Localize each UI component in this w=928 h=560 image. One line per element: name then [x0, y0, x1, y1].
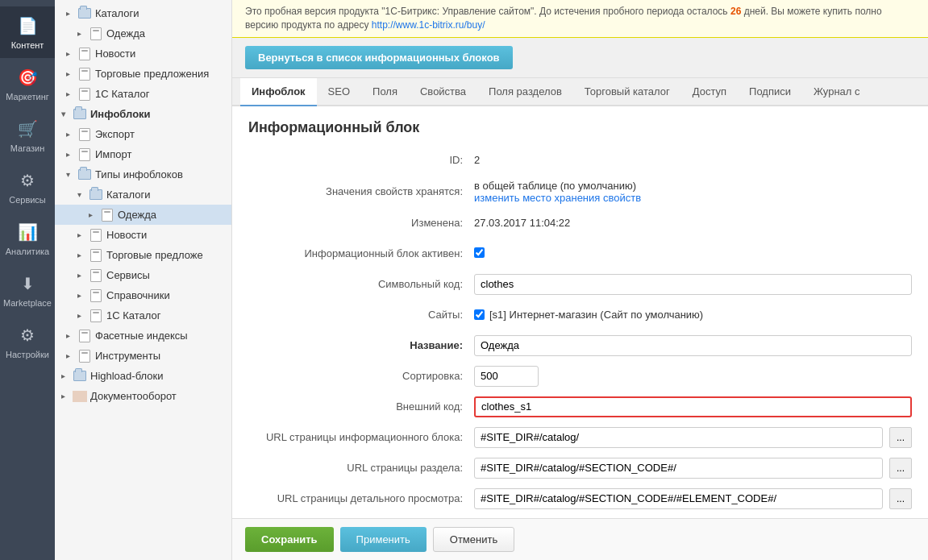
nav-item-facets[interactable]: ▸ Фасетные индексы — [55, 326, 231, 346]
nav-item-katalogi-sub[interactable]: ▾ Каталоги — [55, 185, 231, 205]
arrow-icon: ▸ — [89, 210, 100, 219]
services-icon: ⚙ — [16, 169, 39, 192]
page-icon — [77, 68, 92, 80]
arrow-icon: ▸ — [66, 150, 77, 159]
sidebar-icons: 📄 Контент 🎯 Маркетинг 🛒 Магазин ⚙ Сервис… — [0, 0, 55, 560]
tab-infoblok[interactable]: Инфоблок — [240, 78, 317, 106]
sidebar-item-label: Магазин — [10, 143, 44, 153]
nav-label: Фасетные индексы — [95, 330, 188, 342]
url-iblock-btn[interactable]: ... — [889, 427, 912, 448]
tab-fields[interactable]: Поля — [361, 78, 409, 106]
content-icon: 📄 — [16, 15, 39, 37]
nav-item-highload[interactable]: ▸ Highload-блоки — [55, 366, 231, 386]
arrow-icon: ▸ — [77, 29, 89, 38]
nav-item-odezhda-top[interactable]: ▸ Одежда — [55, 23, 231, 44]
back-to-list-button[interactable]: Вернуться в список информационных блоков — [245, 46, 513, 69]
url-detail-btn[interactable]: ... — [889, 488, 912, 509]
url-detail-row: ... — [474, 488, 912, 509]
form-row-url-section: URL страницы раздела: ... — [248, 457, 912, 479]
url-iblock-label: URL страницы информационного блока: — [248, 431, 474, 443]
nav-item-novosti-sub[interactable]: ▸ Новости — [55, 225, 231, 245]
tab-access[interactable]: Доступ — [681, 78, 738, 106]
nav-label: 1С Каталог — [106, 309, 161, 321]
active-checkbox-container — [474, 247, 912, 260]
nav-item-infobloki[interactable]: ▾ Инфоблоки — [55, 104, 231, 124]
nav-item-katalogi-top[interactable]: ▸ Каталоги — [55, 3, 231, 23]
arrow-icon: ▸ — [66, 69, 77, 78]
url-iblock-row: ... — [474, 427, 912, 448]
nav-item-1c-sub[interactable]: ▸ 1С Каталог — [55, 305, 231, 326]
marketplace-icon: ⬇ — [16, 272, 39, 295]
url-section-input[interactable] — [474, 458, 883, 479]
sidebar-item-label: Аналитика — [6, 247, 49, 256]
nav-label: Инфоблоки — [90, 108, 151, 120]
tab-subscriptions[interactable]: Подписи — [738, 78, 802, 106]
symbolic-label: Символьный код: — [248, 278, 474, 290]
arrow-icon: ▾ — [66, 170, 77, 179]
sidebar-item-content[interactable]: 📄 Контент — [0, 6, 55, 58]
page-icon — [77, 149, 92, 160]
nav-item-torgpred-top[interactable]: ▸ Торговые предложения — [55, 64, 231, 84]
sidebar-item-services[interactable]: ⚙ Сервисы — [0, 161, 55, 213]
url-section-btn[interactable]: ... — [889, 458, 912, 479]
change-storage-link[interactable]: изменить место хранения свойств — [474, 192, 641, 204]
sidebar-item-label: Сервисы — [9, 195, 46, 205]
nav-item-import[interactable]: ▸ Импорт — [55, 144, 231, 164]
apply-button[interactable]: Применить — [340, 527, 427, 552]
name-input[interactable] — [474, 335, 912, 356]
nav-item-servisy[interactable]: ▸ Сервисы — [55, 265, 231, 285]
nav-item-odezhda-active[interactable]: ▸ Одежда — [55, 205, 231, 225]
form-area: Информационный блок ID: 2 Значения свойс… — [232, 106, 928, 518]
sidebar-item-marketplace[interactable]: ⬇ Marketplace — [0, 264, 55, 316]
sort-input[interactable] — [474, 366, 539, 387]
cancel-button[interactable]: Отменить — [433, 527, 514, 552]
nav-item-novosti-top[interactable]: ▸ Новости — [55, 44, 231, 64]
form-row-symbolic: Символьный код: — [248, 273, 912, 296]
tab-properties[interactable]: Свойства — [409, 78, 477, 106]
form-row-properties: Значения свойств хранятся: в общей табли… — [248, 180, 912, 204]
arrow-icon: ▸ — [77, 251, 89, 259]
tab-trade-catalog[interactable]: Торговый каталог — [573, 78, 681, 106]
nav-tree: ▸ Каталоги ▸ Одежда ▸ Новости ▸ Торговые… — [55, 0, 232, 560]
bottom-bar: Сохранить Применить Отменить — [232, 518, 928, 560]
nav-item-1c-top[interactable]: ▸ 1С Каталог — [55, 84, 231, 104]
sidebar-item-settings[interactable]: ⚙ Настройки — [0, 316, 55, 367]
symbolic-input[interactable] — [474, 274, 912, 295]
nav-item-torgpred-sub[interactable]: ▸ Торговые предложе — [55, 245, 231, 265]
tab-seo[interactable]: SEO — [317, 78, 361, 106]
sidebar-item-label: Настройки — [6, 350, 49, 359]
sidebar-item-shop[interactable]: 🛒 Магазин — [0, 110, 55, 161]
marketing-icon: 🎯 — [16, 66, 39, 89]
sidebar-item-marketing[interactable]: 🎯 Маркетинг — [0, 58, 55, 110]
sites-checkbox[interactable] — [474, 309, 485, 320]
main-content: Это пробная версия продукта "1С-Битрикс:… — [232, 0, 928, 560]
url-iblock-input[interactable] — [474, 427, 883, 448]
analytics-icon: 📊 — [16, 221, 39, 243]
sidebar-item-analytics[interactable]: 📊 Аналитика — [0, 213, 55, 264]
folder-icon — [73, 391, 87, 402]
active-checkbox[interactable] — [474, 247, 485, 258]
arrow-icon: ▸ — [66, 130, 77, 139]
page-icon — [77, 89, 92, 100]
nav-item-export[interactable]: ▸ Экспорт — [55, 124, 231, 144]
external-code-input[interactable] — [474, 396, 912, 417]
tab-journal[interactable]: Журнал с — [802, 78, 872, 106]
nav-label: Документооборот — [90, 390, 177, 402]
sidebar-item-label: Marketplace — [3, 298, 52, 308]
trial-link[interactable]: http://www.1c-bitrix.ru/buy/ — [372, 19, 485, 31]
nav-item-types[interactable]: ▾ Типы инфоблоков — [55, 164, 231, 185]
tab-section-fields[interactable]: Поля разделов — [477, 78, 573, 106]
page-icon — [77, 129, 92, 140]
nav-item-sprav[interactable]: ▸ Справочники — [55, 285, 231, 305]
nav-item-docs[interactable]: ▸ Документооборот — [55, 386, 231, 406]
folder-icon — [77, 8, 92, 19]
trial-text: Это пробная версия продукта "1С-Битрикс:… — [245, 6, 730, 17]
sidebar-item-label: Маркетинг — [6, 92, 48, 102]
url-detail-input[interactable] — [474, 488, 883, 509]
save-button[interactable]: Сохранить — [245, 527, 334, 552]
arrow-icon: ▸ — [66, 331, 77, 340]
folder-icon — [89, 189, 103, 201]
sites-label: Сайты: — [248, 309, 474, 321]
form-row-name: Название: — [248, 334, 912, 357]
nav-item-tools[interactable]: ▸ Инструменты — [55, 346, 231, 366]
